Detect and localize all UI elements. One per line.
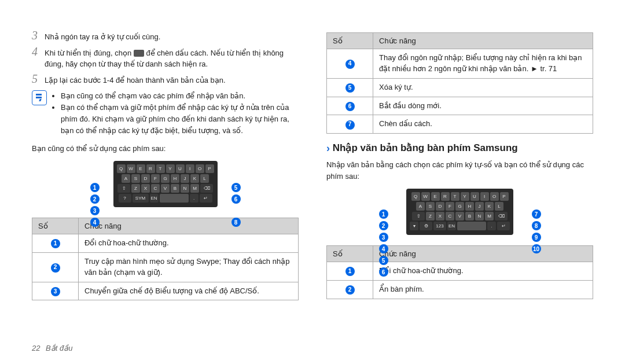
table-row: 7 Chèn dấu cách. xyxy=(327,115,593,134)
callout-8-icon: 8 xyxy=(231,218,241,227)
samsung-keyboard-diagram: 1 2 3 4 5 6 QWERTYUIOP ASDFGHJKL ⇧ZXCVBN… xyxy=(367,189,553,235)
table-header-func: Chức năng xyxy=(373,33,593,49)
row-num-icon: 1 xyxy=(51,239,60,248)
row-num-icon: 6 xyxy=(345,102,355,111)
note-item: Bạn có thể chạm và giữ một phím để nhập … xyxy=(61,102,299,137)
row-desc: Ẩn bàn phím. xyxy=(373,281,593,299)
callout-1-icon: 1 xyxy=(90,183,100,192)
callout-labels-left: 1 2 3 4 5 6 xyxy=(379,209,388,277)
swype-functions-table: Số Chức năng 1 Đổi chữ hoa-chữ thường. 2… xyxy=(32,218,299,300)
chevron-icon: › xyxy=(326,142,330,154)
left-column: 3 Nhả ngón tay ra ở ký tự cuối cùng. 4 K… xyxy=(32,29,299,347)
callout-9-icon: 9 xyxy=(532,233,541,242)
callout-1-icon: 1 xyxy=(379,209,388,219)
table-row: 1 Đổi chữ hoa-chữ thường. xyxy=(32,234,299,253)
keyboard-graphic: QWERTYUIOP ASDFGHJKL ⇧ZXCVBNM⌫ ▾⚙123EN .… xyxy=(406,189,513,235)
table-header-num: Số xyxy=(32,218,79,234)
step-number: 3 xyxy=(32,29,45,42)
callout-labels-left: 1 2 3 4 xyxy=(90,183,100,227)
step-number: 5 xyxy=(32,72,45,86)
table-row: 6 Bắt đầu dòng mới. xyxy=(327,97,593,115)
callout-2-icon: 2 xyxy=(90,194,100,204)
step-text: Nhả ngón tay ra ở ký tự cuối cùng. xyxy=(45,29,160,43)
heading-text: Nhập văn bản bằng bàn phím Samsung xyxy=(333,142,518,153)
callout-labels-right: 5 6 - 8 xyxy=(231,183,241,227)
samsung-functions-table: Số Chức năng 1 Đổi chữ hoa-chữ thường. 2… xyxy=(326,245,593,299)
page-footer: 22 Bắt đầu xyxy=(32,344,72,352)
swype-functions-table-continued: Số Chức năng 4 Thay đổi ngôn ngữ nhập; B… xyxy=(326,32,593,134)
row-desc: Chuyển giữa chế độ Biểu tượng và chế độ … xyxy=(79,282,299,300)
section-name: Bắt đầu xyxy=(46,344,72,352)
spacebar-icon xyxy=(134,50,144,57)
callout-3-icon: 3 xyxy=(90,206,100,215)
row-desc: Chèn dấu cách. xyxy=(373,115,593,134)
callout-2-icon: 2 xyxy=(379,221,388,230)
table-header-func: Chức năng xyxy=(79,218,299,234)
samsung-kbd-intro: Nhập văn bản bằng cách chọn các phím ký … xyxy=(326,159,593,182)
callout-4-icon: 4 xyxy=(379,244,388,253)
section-heading: › Nhập văn bản bằng bàn phím Samsung xyxy=(326,142,593,155)
table-row: 5 Xóa ký tự. xyxy=(327,78,593,97)
callout-6-icon: 6 xyxy=(379,267,388,277)
note-item: Bạn cũng có thể chạm vào các phím để nhậ… xyxy=(61,90,299,102)
callout-10-icon: 10 xyxy=(532,244,541,253)
row-desc: Thay đổi ngôn ngữ nhập; Biểu tượng này c… xyxy=(373,49,593,79)
callout-4-icon: 4 xyxy=(90,218,100,227)
table-row: 1 Đổi chữ hoa-chữ thường. xyxy=(327,262,593,281)
step-number: 4 xyxy=(32,45,45,58)
step-text: Lặp lại các bước 1-4 để hoàn thành văn b… xyxy=(45,72,226,86)
table-header-num: Số xyxy=(327,246,373,262)
callout-3-icon: 3 xyxy=(379,233,388,242)
step-5: 5 Lặp lại các bước 1-4 để hoàn thành văn… xyxy=(32,72,299,86)
callout-7-icon: 7 xyxy=(532,209,541,219)
callout-5-icon: 5 xyxy=(231,183,241,192)
right-column: Số Chức năng 4 Thay đổi ngôn ngữ nhập; B… xyxy=(326,29,593,347)
callout-labels-right: 7 8 9 10 xyxy=(532,209,541,253)
table-row: 3 Chuyển giữa chế độ Biểu tượng và chế đ… xyxy=(32,282,299,300)
text-part: Khi từ hiển thị đúng, chọn xyxy=(45,49,134,57)
callout-5-icon: 5 xyxy=(379,256,388,265)
keyboard-intro-text: Bạn cũng có thể sử dụng các phím sau: xyxy=(32,143,299,155)
swype-keyboard-diagram: 1 2 3 4 QWERTYUIOP ASDFGHJKL ⇧ZXCVBNM⌫ ?… xyxy=(79,161,252,207)
row-num-icon: 1 xyxy=(345,267,355,276)
row-num-icon: 2 xyxy=(51,263,60,273)
table-header-func: Chức năng xyxy=(373,246,593,262)
callout-8-icon: 8 xyxy=(532,221,541,230)
row-num-icon: 7 xyxy=(345,120,355,130)
note-icon xyxy=(32,90,47,105)
step-text: Khi từ hiển thị đúng, chọn để chèn dấu c… xyxy=(45,45,299,70)
page-number: 22 xyxy=(32,344,40,352)
step-3: 3 Nhả ngón tay ra ở ký tự cuối cùng. xyxy=(32,29,299,43)
row-num-icon: 3 xyxy=(51,287,60,296)
row-desc: Truy cập màn hình mẹo sử dụng Swype; Tha… xyxy=(79,252,299,282)
step-4: 4 Khi từ hiển thị đúng, chọn để chèn dấu… xyxy=(32,45,299,70)
table-row: 2 Ẩn bàn phím. xyxy=(327,281,593,299)
callout-6-icon: 6 xyxy=(231,194,241,204)
row-desc: Bắt đầu dòng mới. xyxy=(373,97,593,115)
table-row: 4 Thay đổi ngôn ngữ nhập; Biểu tượng này… xyxy=(327,49,593,79)
table-header-num: Số xyxy=(327,33,373,49)
keyboard-graphic: QWERTYUIOP ASDFGHJKL ⇧ZXCVBNM⌫ ?SYMEN .↵ xyxy=(113,161,218,207)
note-list: Bạn cũng có thể chạm vào các phím để nhậ… xyxy=(52,90,299,137)
table-row: 2 Truy cập màn hình mẹo sử dụng Swype; T… xyxy=(32,252,299,282)
row-desc: Đổi chữ hoa-chữ thường. xyxy=(79,234,299,253)
row-desc: Xóa ký tự. xyxy=(373,78,593,97)
row-desc: Đổi chữ hoa-chữ thường. xyxy=(373,262,593,281)
row-num-icon: 2 xyxy=(345,285,355,295)
note-block: Bạn cũng có thể chạm vào các phím để nhậ… xyxy=(32,90,299,137)
row-num-icon: 5 xyxy=(345,83,355,93)
row-num-icon: 4 xyxy=(345,60,355,69)
